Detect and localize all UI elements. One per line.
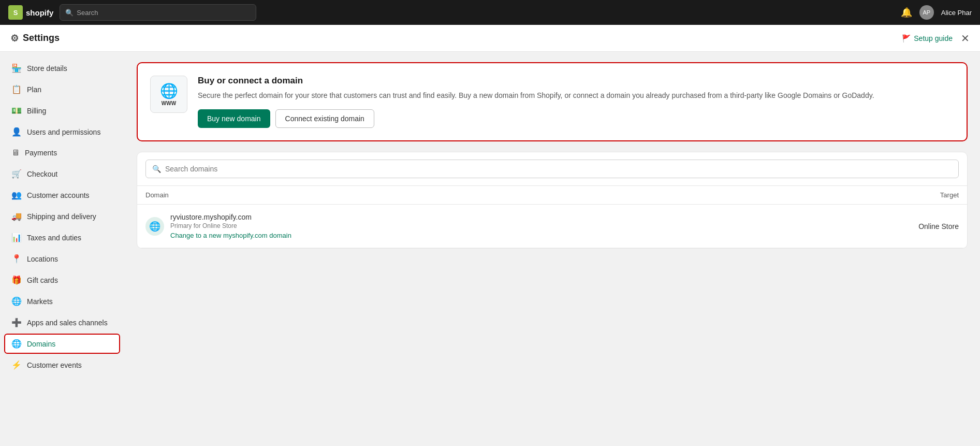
markets-icon: 🌐 bbox=[11, 296, 22, 306]
header-right: 🚩 Setup guide ✕ bbox=[902, 32, 970, 45]
sidebar-item-label: Payments bbox=[25, 149, 57, 157]
table-header-target: Target bbox=[940, 191, 959, 199]
sidebar-item-label: Taxes and duties bbox=[27, 234, 81, 242]
username: Alice Phar bbox=[941, 9, 972, 17]
promo-actions: Buy new domain Connect existing domain bbox=[198, 109, 954, 128]
sidebar-item-label: Locations bbox=[27, 255, 58, 263]
sidebar-item-locations[interactable]: 📍 Locations bbox=[4, 249, 120, 269]
topbar-search[interactable]: 🔍 Search bbox=[60, 4, 256, 21]
search-icon: 🔍 bbox=[65, 9, 74, 17]
customer-events-icon: ⚡ bbox=[11, 360, 22, 370]
sidebar-item-customer-accounts[interactable]: 👥 Customer accounts bbox=[4, 185, 120, 205]
users-icon: 👤 bbox=[11, 127, 22, 137]
www-label: WWW bbox=[162, 100, 176, 106]
settings-gear-icon: ⚙ bbox=[10, 33, 19, 44]
flag-icon: 🚩 bbox=[902, 34, 911, 42]
checkout-icon: 🛒 bbox=[11, 169, 22, 179]
billing-icon: 💵 bbox=[11, 106, 22, 116]
main-content: 🌐 WWW Buy or connect a domain Secure the… bbox=[124, 52, 980, 446]
sidebar-item-label: Domains bbox=[27, 340, 55, 348]
sidebar-item-shipping-delivery[interactable]: 🚚 Shipping and delivery bbox=[4, 206, 120, 226]
promo-title: Buy or connect a domain bbox=[198, 76, 954, 86]
sidebar: 🏪 Store details 📋 Plan 💵 Billing 👤 Users… bbox=[0, 52, 124, 446]
page-title: Settings bbox=[23, 33, 60, 44]
sidebar-item-taxes-duties[interactable]: 📊 Taxes and duties bbox=[4, 227, 120, 248]
topbar-right: 🔔 AP Alice Phar bbox=[901, 5, 972, 20]
domains-card: 🔍 Domain Target 🌐 ryviustore.myshopify.c… bbox=[137, 152, 968, 249]
sidebar-item-markets[interactable]: 🌐 Markets bbox=[4, 291, 120, 311]
sidebar-item-users-permissions[interactable]: 👤 Users and permissions bbox=[4, 122, 120, 142]
sidebar-item-payments[interactable]: 🖥 Payments bbox=[4, 143, 120, 163]
domain-info: ryviustore.myshopify.com Primary for Onl… bbox=[170, 213, 291, 239]
change-domain-link[interactable]: Change to a new myshopify.com domain bbox=[170, 232, 291, 239]
search-domains-input-wrap[interactable]: 🔍 bbox=[145, 160, 959, 178]
customer-accounts-icon: 👥 bbox=[11, 190, 22, 200]
settings-header: ⚙ Settings 🚩 Setup guide ✕ bbox=[0, 25, 980, 52]
sidebar-item-label: Users and permissions bbox=[27, 128, 100, 136]
search-domains-input[interactable] bbox=[165, 165, 952, 173]
sidebar-item-gift-cards[interactable]: 🎁 Gift cards bbox=[4, 270, 120, 290]
table-row: 🌐 ryviustore.myshopify.com Primary for O… bbox=[137, 205, 967, 248]
sidebar-item-domains[interactable]: 🌐 Domains bbox=[4, 334, 120, 354]
sidebar-item-customer-events[interactable]: ⚡ Customer events bbox=[4, 355, 120, 375]
domain-name: ryviustore.myshopify.com bbox=[170, 213, 291, 221]
domain-sub: Primary for Online Store bbox=[170, 222, 291, 229]
gift-cards-icon: 🎁 bbox=[11, 275, 22, 285]
sidebar-item-label: Checkout bbox=[27, 170, 57, 178]
shopify-logo: S shopify bbox=[8, 5, 53, 20]
connect-existing-domain-button[interactable]: Connect existing domain bbox=[275, 109, 374, 128]
taxes-icon: 📊 bbox=[11, 233, 22, 242]
domain-left: 🌐 ryviustore.myshopify.com Primary for O… bbox=[145, 213, 291, 239]
sidebar-item-label: Apps and sales channels bbox=[27, 319, 108, 327]
main-layout: 🏪 Store details 📋 Plan 💵 Billing 👤 Users… bbox=[0, 52, 980, 446]
domain-promo-icon-box: 🌐 WWW bbox=[150, 76, 187, 113]
payments-icon: 🖥 bbox=[11, 148, 20, 157]
sidebar-item-plan[interactable]: 📋 Plan bbox=[4, 79, 120, 99]
svg-text:S: S bbox=[13, 9, 18, 17]
shipping-icon: 🚚 bbox=[11, 211, 22, 221]
topbar-left: S shopify 🔍 Search bbox=[8, 4, 256, 21]
promo-desc: Secure the perfect domain for your store… bbox=[198, 90, 954, 101]
sidebar-item-apps-sales-channels[interactable]: ➕ Apps and sales channels bbox=[4, 312, 120, 333]
setup-guide-btn[interactable]: 🚩 Setup guide bbox=[902, 34, 953, 42]
promo-content: Buy or connect a domain Secure the perfe… bbox=[198, 76, 954, 128]
table-header-domain: Domain bbox=[145, 191, 169, 199]
sidebar-item-billing[interactable]: 💵 Billing bbox=[4, 100, 120, 121]
domain-globe-icon: 🌐 bbox=[145, 217, 164, 236]
plan-icon: 📋 bbox=[11, 84, 22, 94]
settings-title-group: ⚙ Settings bbox=[10, 33, 60, 44]
notification-icon[interactable]: 🔔 bbox=[901, 7, 912, 18]
sidebar-item-checkout[interactable]: 🛒 Checkout bbox=[4, 164, 120, 184]
sidebar-item-label: Store details bbox=[27, 64, 67, 73]
globe-icon: 🌐 bbox=[160, 82, 178, 99]
sidebar-item-label: Plan bbox=[27, 85, 41, 94]
sidebar-item-label: Shipping and delivery bbox=[27, 212, 96, 221]
sidebar-item-label: Customer accounts bbox=[27, 191, 90, 199]
buy-new-domain-button[interactable]: Buy new domain bbox=[198, 109, 270, 128]
apps-icon: ➕ bbox=[11, 318, 22, 327]
store-icon: 🏪 bbox=[11, 63, 22, 73]
topbar: S shopify 🔍 Search 🔔 AP Alice Phar bbox=[0, 0, 980, 25]
sidebar-item-label: Gift cards bbox=[27, 276, 58, 284]
domains-icon: 🌐 bbox=[11, 339, 22, 349]
locations-icon: 📍 bbox=[11, 254, 22, 264]
avatar: AP bbox=[919, 5, 934, 20]
table-header: Domain Target bbox=[137, 186, 967, 205]
sidebar-item-label: Billing bbox=[27, 107, 46, 115]
sidebar-item-label: Customer events bbox=[27, 361, 82, 369]
search-icon: 🔍 bbox=[152, 165, 161, 173]
close-button[interactable]: ✕ bbox=[961, 32, 970, 45]
sidebar-item-label: Markets bbox=[27, 297, 53, 306]
search-section: 🔍 bbox=[137, 152, 967, 186]
domain-promo-card: 🌐 WWW Buy or connect a domain Secure the… bbox=[137, 62, 968, 141]
domain-target: Online Store bbox=[918, 222, 959, 231]
sidebar-item-store-details[interactable]: 🏪 Store details bbox=[4, 58, 120, 78]
